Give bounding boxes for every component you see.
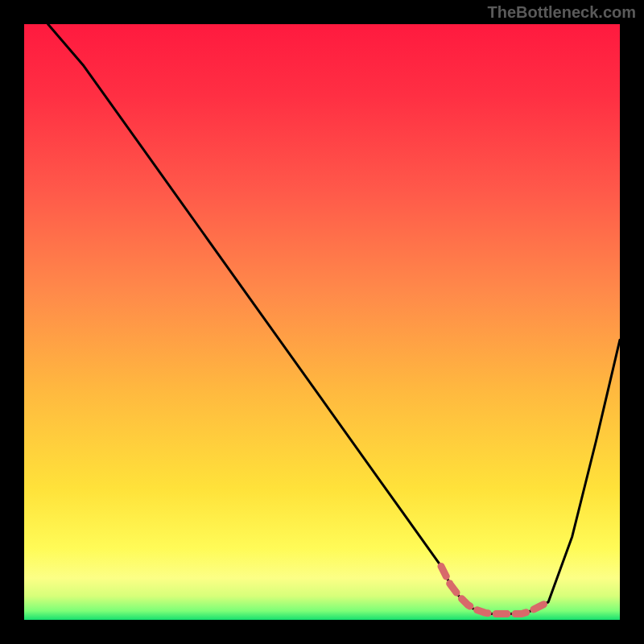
watermark-text: TheBottleneck.com (488, 3, 636, 22)
plot-background (24, 24, 620, 620)
chart-svg (0, 0, 644, 644)
chart-container: TheBottleneck.com (0, 0, 644, 644)
